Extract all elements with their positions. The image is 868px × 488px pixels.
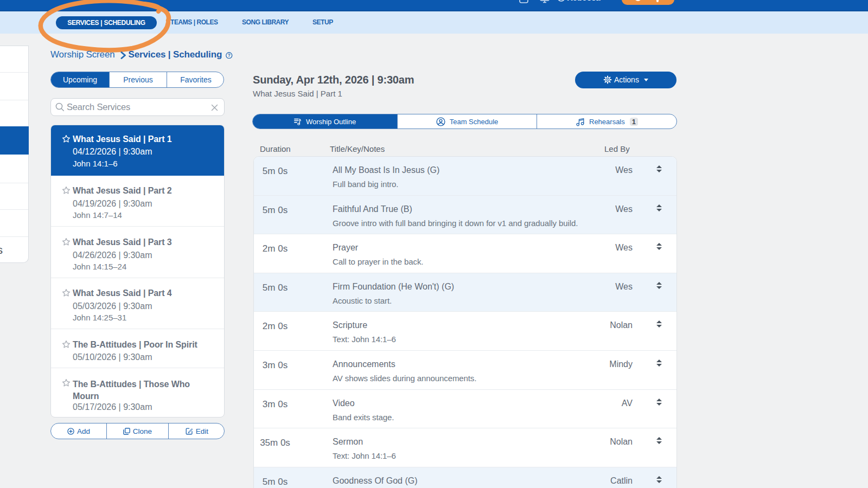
svg-text:?: ? <box>228 53 231 58</box>
